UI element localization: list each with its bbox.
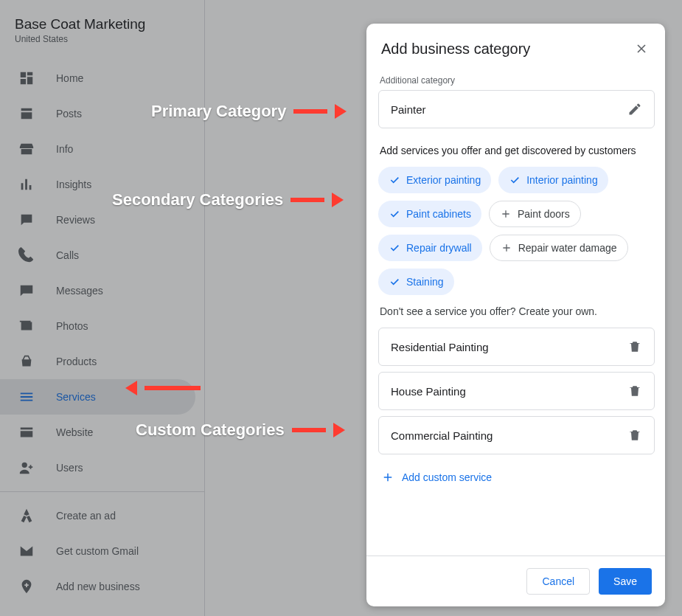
arrow-shaft-icon (293, 109, 327, 114)
service-chip[interactable]: Paint cabinets (378, 201, 481, 227)
arrow-head-icon (125, 381, 137, 395)
add-category-modal: Add business category Additional categor… (366, 24, 665, 606)
check-icon (389, 208, 400, 220)
check-icon (509, 174, 521, 186)
arrow-shaft-icon (290, 198, 324, 202)
delete-custom-service-button[interactable] (627, 384, 642, 398)
arrow-head-icon (335, 104, 347, 119)
chip-label: Staining (406, 276, 444, 288)
primary-category-field[interactable]: Painter (378, 90, 655, 128)
service-chip[interactable]: Repair water damage (490, 235, 628, 261)
service-chip[interactable]: Staining (378, 269, 454, 295)
modal-title: Add business category (381, 41, 530, 58)
chip-label: Paint doors (518, 208, 570, 220)
arrow-head-icon (332, 193, 344, 207)
custom-service-label: Residential Painting (391, 341, 489, 353)
annotation-primary: Primary Category (151, 102, 347, 121)
annotation-label: Secondary Categories (112, 190, 283, 210)
add-custom-service-label: Add custom service (402, 471, 492, 483)
save-label: Save (613, 575, 637, 587)
chip-label: Repair water damage (518, 242, 617, 254)
modal-body: Additional category Painter Add services… (366, 65, 665, 556)
plus-icon (501, 242, 512, 254)
modal-footer: Cancel Save (366, 556, 665, 606)
trash-icon (627, 339, 642, 354)
plus-icon (381, 471, 394, 484)
category-field-label: Additional category (380, 75, 653, 86)
pencil-icon (627, 102, 642, 117)
services-helper-text: Add services you offer and get discovere… (380, 145, 652, 156)
save-button[interactable]: Save (599, 568, 652, 595)
arrow-shaft-icon (292, 428, 326, 432)
arrow-head-icon (333, 423, 345, 437)
cancel-button[interactable]: Cancel (526, 568, 590, 595)
check-icon (389, 174, 400, 186)
close-button[interactable] (633, 40, 650, 58)
annotation-label: Custom Categories (136, 421, 285, 440)
chip-label: Interior painting (526, 174, 598, 186)
cancel-label: Cancel (542, 575, 574, 587)
annotation-secondary: Secondary Categories (112, 190, 344, 210)
chip-label: Repair drywall (406, 242, 472, 254)
primary-category-value: Painter (391, 103, 426, 116)
custom-service-row[interactable]: House Painting (378, 372, 655, 410)
close-icon (634, 41, 649, 56)
delete-custom-service-button[interactable] (627, 339, 642, 354)
modal-header: Add business category (366, 24, 665, 65)
service-chip[interactable]: Repair drywall (378, 235, 482, 261)
plus-icon (500, 208, 512, 220)
service-chip[interactable]: Exterior painting (378, 167, 491, 193)
service-chip[interactable]: Paint doors (489, 201, 581, 227)
trash-icon (627, 428, 642, 443)
check-icon (389, 242, 400, 254)
check-icon (389, 276, 400, 288)
service-chip[interactable]: Interior painting (498, 167, 608, 193)
custom-service-label: House Painting (391, 385, 466, 398)
annotation-services-pointer (125, 381, 201, 395)
custom-service-row[interactable]: Residential Painting (378, 328, 655, 366)
chip-label: Exterior painting (406, 174, 481, 186)
edit-category-button[interactable] (627, 102, 642, 117)
service-chips: Exterior painting Interior painting Pain… (378, 167, 653, 295)
custom-service-row[interactable]: Commercial Painting (378, 416, 655, 454)
annotation-custom: Custom Categories (136, 421, 345, 440)
annotation-label: Primary Category (151, 102, 286, 121)
add-custom-service-button[interactable]: Add custom service (378, 460, 653, 494)
chip-label: Paint cabinets (406, 208, 471, 220)
delete-custom-service-button[interactable] (627, 428, 642, 443)
arrow-shaft-icon (145, 386, 201, 390)
custom-service-hint: Don't see a service you offer? Create yo… (380, 305, 652, 317)
custom-service-label: Commercial Painting (391, 429, 493, 442)
trash-icon (627, 384, 642, 398)
